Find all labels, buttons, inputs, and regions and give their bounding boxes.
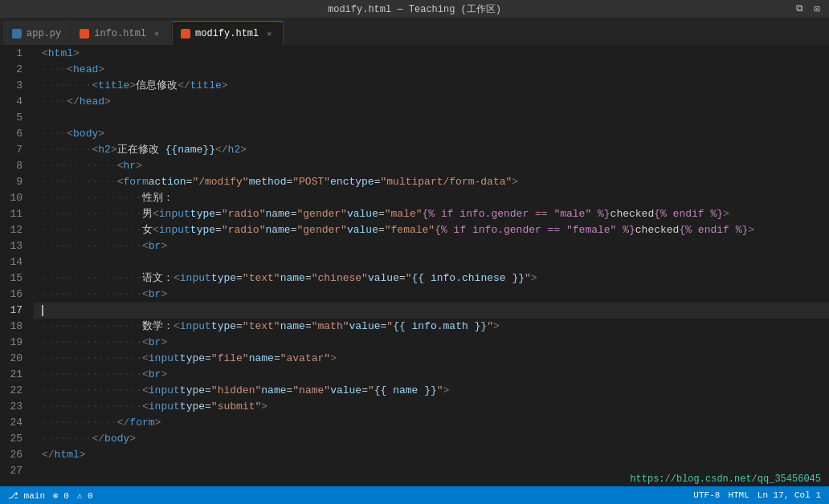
error-count: ⊗ 0 [53, 490, 69, 501]
code-line: ············</form> [34, 415, 829, 431]
url-overlay: https://blog.csdn.net/qq_35456045 [630, 474, 821, 485]
tab-app-py[interactable]: app.py [3, 21, 70, 45]
cursor-position: Ln 17, Col 1 [758, 490, 821, 500]
status-bar: ⎇ main ⊗ 0 ⚠ 0 UTF-8 HTML Ln 17, Col 1 [0, 486, 829, 504]
code-line: ················女<input type="radio" nam… [34, 222, 829, 238]
line-number: 19 [0, 335, 27, 351]
code-line: ················男<input type="radio" nam… [34, 206, 829, 222]
code-line: ················<input type="hidden" nam… [34, 383, 829, 399]
line-number: 12 [0, 222, 27, 238]
code-line: ················<br> [34, 367, 829, 383]
code-line: ················<br> [34, 238, 829, 254]
code-line: ················性别： [34, 190, 829, 206]
code-line: ········<title>信息修改</title> [34, 78, 829, 94]
line-number: 21 [0, 367, 27, 383]
line-number: 16 [0, 287, 27, 303]
status-left: ⎇ main ⊗ 0 ⚠ 0 [8, 490, 93, 501]
line-number: 27 [0, 463, 27, 479]
line-number: 22 [0, 383, 27, 399]
warning-count: ⚠ 0 [77, 490, 93, 501]
line-number: 10 [0, 190, 27, 206]
line-number: 26 [0, 447, 27, 463]
window-title: modify.html — Teaching (工作区) [328, 2, 501, 16]
line-number: 20 [0, 351, 27, 367]
tab-modify-html[interactable]: modify.html ✕ [172, 21, 284, 45]
code-line: ····<body> [34, 126, 829, 142]
split-icon[interactable]: ⊡ [811, 3, 823, 14]
copy-icon[interactable]: ⧉ [794, 3, 805, 14]
line-number: 3 [0, 78, 27, 94]
html-icon-1 [80, 29, 89, 39]
code-line [34, 110, 829, 126]
code-line: ····</head> [34, 94, 829, 110]
code-line: <html> [34, 46, 829, 62]
python-icon [12, 29, 22, 39]
tab-label: info.html [94, 28, 146, 39]
line-number: 9 [0, 174, 27, 190]
line-number: 14 [0, 254, 27, 270]
language: HTML [728, 490, 749, 500]
code-line: ················语文：<input type="text" na… [34, 270, 829, 287]
code-line: ················<input type="submit"> [34, 399, 829, 415]
line-number: 6 [0, 126, 27, 142]
title-bar: modify.html — Teaching (工作区) ⧉ ⊡ [0, 0, 829, 18]
tab-label: app.py [27, 28, 61, 39]
code-line [34, 254, 829, 270]
tab-bar: app.py info.html ✕ modify.html ✕ [0, 18, 829, 46]
code-line: ········<h2>正在修改 {{name}}</h2> [34, 142, 829, 158]
html-icon-2 [181, 29, 190, 39]
code-line: ········</body> [34, 431, 829, 447]
editor-area: 1234567891011121314151617181920212223242… [0, 46, 829, 504]
code-line: ····<head> [34, 62, 829, 78]
line-number: 25 [0, 431, 27, 447]
code-line: ············<hr> [34, 158, 829, 174]
git-branch: ⎇ main [8, 490, 45, 501]
code-line: </html> [34, 447, 829, 463]
line-number: 24 [0, 415, 27, 431]
line-number: 23 [0, 399, 27, 415]
code-content[interactable]: <html>····<head>········<title>信息修改</tit… [34, 46, 829, 504]
title-bar-icons: ⧉ ⊡ [794, 3, 823, 14]
code-line: ················<br> [34, 335, 829, 351]
line-number: 8 [0, 158, 27, 174]
line-number: 1 [0, 46, 27, 62]
line-number: 17 [0, 303, 27, 319]
status-right: UTF-8 HTML Ln 17, Col 1 [693, 490, 821, 500]
line-number: 2 [0, 62, 27, 78]
line-number: 18 [0, 319, 27, 335]
code-line [34, 303, 829, 319]
line-number: 7 [0, 142, 27, 158]
tab-close-modify[interactable]: ✕ [263, 28, 275, 39]
tab-close-info[interactable]: ✕ [151, 28, 162, 39]
line-number: 5 [0, 110, 27, 126]
tab-label: modify.html [195, 28, 259, 39]
code-line: ················<br> [34, 287, 829, 303]
tab-info-html[interactable]: info.html ✕ [71, 21, 171, 45]
line-number: 4 [0, 94, 27, 110]
code-line: ················<input type="file" name=… [34, 351, 829, 367]
encoding: UTF-8 [693, 490, 720, 500]
line-number: 13 [0, 238, 27, 254]
line-number: 11 [0, 206, 27, 222]
code-line: ················数学：<input type="text" na… [34, 319, 829, 335]
line-number: 15 [0, 270, 27, 287]
code-line: ············<form action="/modify" metho… [34, 174, 829, 190]
line-numbers: 1234567891011121314151617181920212223242… [0, 46, 34, 504]
